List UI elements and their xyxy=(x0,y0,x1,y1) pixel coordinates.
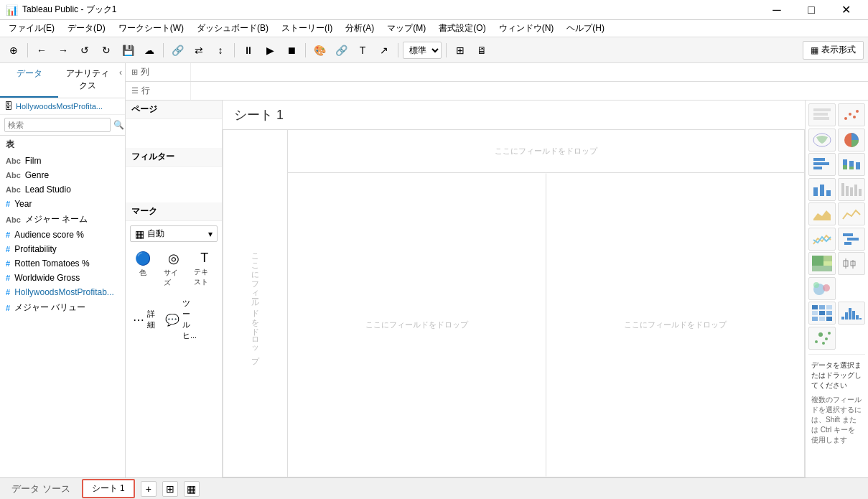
filters-drop-area[interactable] xyxy=(126,167,222,202)
menu-file[interactable]: ファイル(E) xyxy=(3,21,60,36)
chart-area[interactable] xyxy=(808,202,836,225)
toolbar-back[interactable]: ← xyxy=(32,41,51,60)
toolbar-grid[interactable]: ⊞ xyxy=(451,41,470,60)
chart-heat[interactable] xyxy=(808,302,836,325)
svg-rect-16 xyxy=(856,162,860,169)
chart-pie[interactable] xyxy=(838,129,865,151)
add-sheet-button[interactable]: + xyxy=(141,481,157,497)
tab-data[interactable]: データ xyxy=(0,63,58,98)
sheet-option-button[interactable]: ▦ xyxy=(184,481,200,497)
toolbar-publish[interactable]: ☁ xyxy=(140,41,159,60)
chart-grid-5 xyxy=(808,302,865,350)
toolbar-text[interactable]: T xyxy=(353,41,372,60)
field-profitability[interactable]: # Profitability xyxy=(0,242,125,256)
toolbar-stop[interactable]: ⏹ xyxy=(282,41,301,60)
tab-analytics[interactable]: アナリティクス xyxy=(58,63,116,98)
svg-rect-22 xyxy=(850,187,853,196)
tooltip-label: ツールヒ... xyxy=(182,298,197,341)
chart-map[interactable] xyxy=(808,129,836,151)
search-icon[interactable]: 🔍 xyxy=(113,120,124,130)
chart-vbar[interactable] xyxy=(808,178,836,201)
duplicate-sheet-button[interactable]: ⊞ xyxy=(162,481,178,497)
toolbar-screen[interactable]: 🖥 xyxy=(472,41,491,60)
center-right-drop[interactable]: ここにフィールドをドロップ xyxy=(546,173,805,477)
field-genre[interactable]: Abc Genre xyxy=(0,168,125,182)
field-hollywoods[interactable]: # HollywoodsMostProfitab... xyxy=(0,285,125,299)
toolbar-link[interactable]: 🔗 xyxy=(332,41,350,60)
chart-grid-4 xyxy=(808,252,865,300)
toolbar: ⊕ ← → ↺ ↻ 💾 ☁ 🔗 ⇄ ↕ ⏸ ▶ ⏹ 🎨 🔗 T ↗ 標準 ⊞ 🖥… xyxy=(0,37,868,63)
chart-treemap[interactable] xyxy=(808,252,836,275)
field-audience[interactable]: # Audience score % xyxy=(0,228,125,242)
field-year[interactable]: # Year xyxy=(0,197,125,211)
datasource-label[interactable]: HollywoodsMostProfita... xyxy=(16,102,103,111)
field-name: Rotten Tomatoes % xyxy=(14,258,90,269)
toolbar-sep-4 xyxy=(305,43,306,57)
pages-drop-area[interactable] xyxy=(126,119,222,148)
toolbar-undo[interactable]: ↺ xyxy=(75,41,94,60)
chart-hbar[interactable] xyxy=(808,153,836,176)
left-drop-area[interactable]: ここにフィールドをドロップ xyxy=(223,130,288,477)
close-button[interactable]: ✕ xyxy=(829,0,862,20)
menu-window[interactable]: ウィンドウ(N) xyxy=(493,21,560,36)
field-film[interactable]: Abc Film xyxy=(0,154,125,168)
row-drop-area[interactable] xyxy=(190,82,868,100)
text-mark-btn[interactable]: T テキスト xyxy=(191,248,218,291)
chart-small[interactable] xyxy=(838,178,865,201)
panel-collapse-arrow[interactable]: ‹ xyxy=(116,63,125,98)
toolbar-pause[interactable]: ⏸ xyxy=(239,41,258,60)
top-drop-area[interactable]: ここにフィールドをドロップ xyxy=(288,130,804,173)
detail-btn[interactable]: ⋯ 詳細 xyxy=(130,295,158,344)
menu-story[interactable]: ストーリー(I) xyxy=(276,21,338,36)
chart-line[interactable] xyxy=(838,202,865,225)
field-name: HollywoodsMostProfitab... xyxy=(14,287,114,297)
col-drop-area[interactable] xyxy=(190,63,868,81)
field-lead-studio[interactable]: Abc Lead Studio xyxy=(0,182,125,197)
svg-rect-23 xyxy=(854,185,857,196)
menu-dashboard[interactable]: ダッシュボード(B) xyxy=(191,21,274,36)
center-left-drop[interactable]: ここにフィールドをドロップ xyxy=(288,173,546,477)
menu-help[interactable]: ヘルプ(H) xyxy=(561,21,610,36)
maximize-button[interactable]: □ xyxy=(795,0,828,20)
chart-box[interactable] xyxy=(838,252,865,275)
toolbar-swap[interactable]: ⇄ xyxy=(190,41,208,60)
chart-text[interactable] xyxy=(808,103,836,126)
chart-scatter[interactable] xyxy=(838,103,865,126)
marks-type-dropdown[interactable]: ▦ 自動 ▾ xyxy=(130,225,218,242)
chart-dual-line[interactable] xyxy=(808,228,836,251)
toolbar-color[interactable]: 🎨 xyxy=(310,41,329,60)
chart-multi[interactable] xyxy=(838,153,865,176)
field-rotten[interactable]: # Rotten Tomatoes % xyxy=(0,256,125,271)
format-button[interactable]: ▦ 表示形式 xyxy=(803,41,864,60)
sheet-tab[interactable]: シート 1 xyxy=(82,479,135,498)
toolbar-arrow[interactable]: ↗ xyxy=(375,41,393,60)
menu-analysis[interactable]: 分析(A) xyxy=(340,21,380,36)
toolbar-save[interactable]: 💾 xyxy=(118,41,137,60)
menu-format[interactable]: 書式設定(O) xyxy=(433,21,491,36)
svg-rect-13 xyxy=(843,165,847,169)
field-major-name[interactable]: Abc メジャー ネーム xyxy=(0,211,125,228)
toolbar-new-ds[interactable]: 🔗 xyxy=(168,41,187,60)
toolbar-forward[interactable]: → xyxy=(54,41,73,60)
chart-gantt[interactable] xyxy=(838,228,865,251)
search-input[interactable] xyxy=(4,118,111,132)
minimize-button[interactable]: ─ xyxy=(760,0,793,20)
datasource-tab[interactable]: データ ソース xyxy=(6,481,76,497)
tooltip-btn[interactable]: 💬 ツールヒ... xyxy=(162,295,200,344)
chart-scatter2[interactable] xyxy=(808,327,836,350)
chart-histogram[interactable] xyxy=(838,302,865,325)
toolbar-home[interactable]: ⊕ xyxy=(4,41,23,60)
chart-bubble[interactable] xyxy=(808,277,836,300)
size-mark-btn[interactable]: ◎ サイズ xyxy=(161,248,187,291)
field-major-value[interactable]: # メジャー バリュー xyxy=(0,299,125,316)
color-mark-btn[interactable]: 🔵 色 xyxy=(130,248,157,291)
field-worldwide[interactable]: # Worldwide Gross xyxy=(0,271,125,285)
standard-select[interactable]: 標準 xyxy=(403,42,442,59)
menu-map[interactable]: マップ(M) xyxy=(381,21,431,36)
toolbar-redo[interactable]: ↻ xyxy=(97,41,116,60)
menu-data[interactable]: データ(D) xyxy=(62,21,111,36)
menu-worksheet[interactable]: ワークシート(W) xyxy=(113,21,190,36)
toolbar-sort[interactable]: ↕ xyxy=(211,41,230,60)
toolbar-run[interactable]: ▶ xyxy=(261,41,279,60)
svg-rect-15 xyxy=(849,167,854,169)
